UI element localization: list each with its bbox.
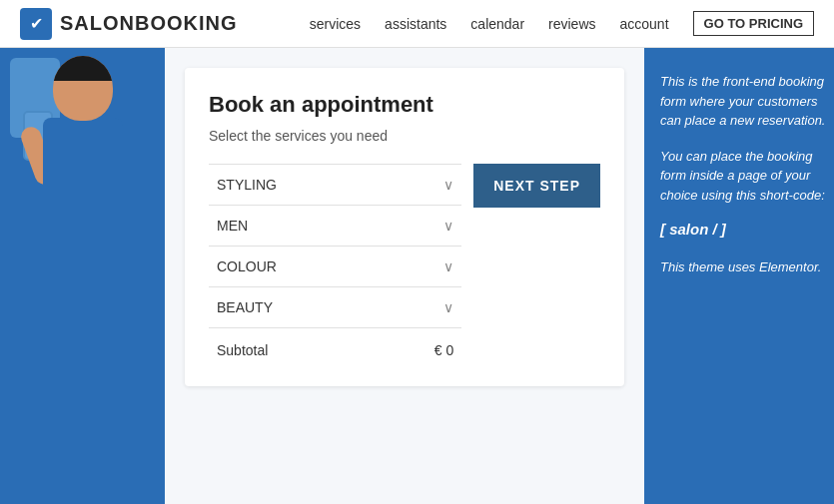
chevron-down-icon: ∨ — [443, 299, 453, 315]
chevron-down-icon: ∨ — [443, 218, 453, 234]
nav-assistants[interactable]: assistants — [385, 16, 446, 32]
service-item-colour[interactable]: COLOUR ∨ — [209, 247, 461, 287]
info-panel: This is the front-end booking form where… — [644, 48, 834, 504]
person-hair — [53, 56, 113, 81]
nav-services[interactable]: services — [310, 16, 361, 32]
main-content: Book an appointment Select the services … — [0, 48, 834, 504]
booking-subtitle: Select the services you need — [209, 128, 600, 144]
services-and-button: STYLING ∨ MEN ∨ COLOUR ∨ BEAUTY ∨ — [209, 164, 600, 362]
logo-area: ✔ SALONBOOKING — [20, 8, 238, 40]
chevron-down-icon: ∨ — [443, 177, 453, 193]
person-body — [43, 118, 123, 208]
service-item-men[interactable]: MEN ∨ — [209, 206, 461, 247]
header: ✔ SALONBOOKING services assistants calen… — [0, 0, 834, 48]
hero-panel — [0, 48, 165, 504]
nav-reviews[interactable]: reviews — [548, 16, 595, 32]
service-item-styling[interactable]: STYLING ∨ — [209, 164, 461, 206]
service-name-men: MEN — [217, 218, 248, 234]
booking-title: Book an appointment — [209, 92, 600, 118]
shortcode-text: [ salon / ] — [660, 221, 828, 238]
service-name-styling: STYLING — [217, 177, 277, 193]
subtotal-amount: € 0 — [434, 342, 453, 358]
person-head — [53, 56, 113, 121]
service-name-beauty: BEAUTY — [217, 299, 273, 315]
logo-icon: ✔ — [20, 8, 52, 40]
hero-person — [0, 48, 165, 504]
info-text-2: You can place the booking form inside a … — [660, 147, 828, 206]
next-step-button[interactable]: NEXT STEP — [473, 164, 600, 208]
booking-card: Book an appointment Select the services … — [185, 68, 624, 386]
nav-account[interactable]: account — [620, 16, 669, 32]
info-text-1: This is the front-end booking form where… — [660, 72, 828, 131]
service-item-beauty[interactable]: BEAUTY ∨ — [209, 287, 461, 328]
nav-calendar[interactable]: calendar — [470, 16, 524, 32]
logo-text: SALONBOOKING — [60, 12, 238, 35]
booking-area: Book an appointment Select the services … — [165, 48, 644, 504]
person-figure — [23, 56, 143, 236]
chevron-down-icon: ∨ — [443, 258, 453, 274]
info-text-3: This theme uses Elementor. — [660, 257, 828, 277]
pricing-button[interactable]: GO TO PRICING — [693, 11, 814, 36]
subtotal-row: Subtotal € 0 — [209, 328, 461, 362]
subtotal-label: Subtotal — [217, 342, 268, 358]
services-list: STYLING ∨ MEN ∨ COLOUR ∨ BEAUTY ∨ — [209, 164, 461, 362]
service-name-colour: COLOUR — [217, 258, 277, 274]
main-nav: services assistants calendar reviews acc… — [310, 11, 814, 36]
